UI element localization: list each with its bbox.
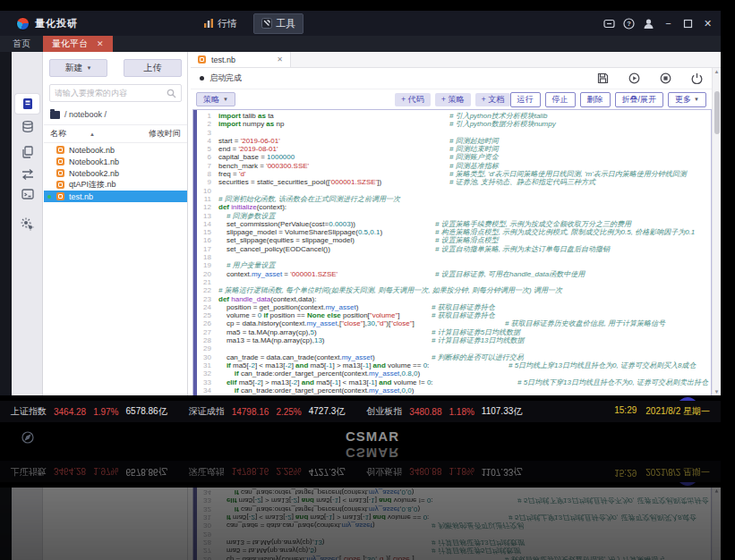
file-panel: 新建▼ 上传 / notebook / 名称 ▲ 修改时间 Notebook.n…	[44, 52, 188, 395]
code-line[interactable]: 13 # 回测参数设置	[197, 212, 711, 220]
search-input[interactable]	[55, 89, 167, 98]
file-list-header: 名称 ▲ 修改时间	[44, 124, 187, 143]
line-number: 28	[197, 336, 218, 344]
code-line[interactable]: 12def initialize(context):	[197, 203, 711, 211]
line-number: 29	[197, 530, 218, 538]
close-icon[interactable]: ✕	[702, 18, 714, 30]
code-line[interactable]: 31 if ma5[-2] < ma13[-2] and ma5[-1] > m…	[197, 361, 711, 369]
terminal-nav-icon[interactable]	[15, 184, 39, 204]
upload-button[interactable]: 上传	[124, 59, 182, 77]
line-number: 24	[197, 303, 218, 311]
tab-quant-platform[interactable]: 量化平台 ✕	[43, 36, 113, 52]
code-line[interactable]: 10	[197, 187, 711, 195]
code-line[interactable]: 24 position = get_position(context.my_as…	[197, 303, 711, 311]
code-line[interactable]: 14 set_commission(PerValue(cost=0.0003))…	[197, 220, 711, 228]
file-row[interactable]: Notebook1.nb	[44, 156, 187, 167]
code-line[interactable]: 7bench_mark = '000300.SSE'# 回测基准指标	[197, 162, 711, 170]
code-line[interactable]: 3	[197, 129, 711, 137]
file-row[interactable]: Notebook2.nb	[44, 167, 187, 179]
code-line[interactable]: 35	[197, 395, 711, 395]
run-icon[interactable]	[628, 72, 640, 84]
file-row[interactable]: Notebook.nb	[44, 144, 187, 156]
column-name[interactable]: 名称	[50, 128, 66, 140]
window-reflection: 量化投研 行情 工具 ? − ✕ 首页 量化平台 ✕	[0, 461, 721, 560]
tab-home[interactable]: 首页	[0, 36, 43, 52]
help-icon[interactable]: ?	[623, 18, 635, 30]
index-list: 上证指数3464.281.97%6578.86亿深证成指14798.162.25…	[11, 405, 522, 418]
run-button[interactable]: 运行	[510, 92, 541, 107]
code-line[interactable]: 29	[197, 344, 711, 352]
code-line[interactable]: 25 volume = 0 if position == None else p…	[197, 311, 711, 319]
code-line[interactable]: 4start = '2019-06-01'# 回测起始时间	[197, 137, 711, 145]
code-line[interactable]: 18	[197, 253, 711, 261]
code-line[interactable]: 15 slippage_model = VolumeShareSlippage(…	[197, 228, 711, 236]
notebook-nav-icon[interactable]	[15, 94, 39, 114]
fold-button[interactable]: 折叠/展开	[615, 92, 664, 107]
code-line[interactable]: 34 if can_trade:order_target_percent(con…	[197, 386, 711, 395]
line-number: 28	[197, 539, 218, 547]
app-body: 新建▼ 上传 / notebook / 名称 ▲ 修改时间 Notebook.n…	[0, 488, 721, 560]
code-line[interactable]: 22# 策略运行逻辑函数, 每个单位时间(如果按天回测, 则每天调用一次, 如果…	[197, 286, 711, 294]
minimize-icon[interactable]: −	[662, 18, 674, 30]
save-icon[interactable]	[597, 72, 609, 84]
line-number: 2	[197, 120, 218, 128]
notebook-tab-close-icon[interactable]: ✕	[277, 55, 283, 64]
user-icon[interactable]	[643, 18, 654, 30]
code-line[interactable]: 21	[197, 278, 711, 286]
code-line[interactable]: 20 context.my_asset = '000001.SZSE'# 设置目…	[197, 270, 711, 278]
shutdown-icon[interactable]	[691, 72, 703, 84]
column-modified[interactable]: 修改时间	[149, 128, 181, 140]
menu-tools[interactable]: 工具	[253, 13, 303, 34]
market-index: 上证指数3464.281.97%6578.86亿	[11, 405, 167, 418]
stop-button[interactable]: 停止	[545, 92, 576, 107]
code-line[interactable]: 16 set_slippage(equities = slippage_mode…	[197, 236, 711, 244]
code-line[interactable]: 11# 回测初始化函数, 该函数会在正式回测进行之前调用一次	[197, 195, 711, 203]
code-line[interactable]: 19 # 用户变量设置	[197, 261, 711, 269]
copy-nav-icon[interactable]	[15, 142, 39, 162]
add-doc-button[interactable]: + 文档	[475, 93, 511, 106]
code-line[interactable]: 9securities = static_securities_pool(['0…	[197, 178, 711, 186]
cell-type-dropdown[interactable]: 策略▼	[196, 92, 235, 106]
market-status-bar: 上证指数3464.281.97%6578.86亿深证成指14798.162.25…	[0, 461, 721, 482]
sort-asc-icon[interactable]: ▲	[90, 132, 95, 137]
tab-close-icon[interactable]: ✕	[97, 39, 104, 48]
scroll-up-icon[interactable]: ▲	[713, 69, 721, 74]
code-line[interactable]: 26 cp = data.history(context.my_asset,["…	[197, 319, 711, 327]
code-line[interactable]: 6capital_base = 1000000# 回测账户资金	[197, 153, 711, 161]
message-icon[interactable]	[603, 18, 615, 30]
maximize-icon[interactable]	[682, 18, 694, 30]
code-line[interactable]: 17 set_cancel_policy(EODCancel())# 设置自动撤…	[197, 245, 711, 253]
notebook-tab[interactable]: test.nb ✕	[191, 52, 291, 67]
new-button[interactable]: 新建▼	[49, 59, 107, 77]
code-line[interactable]: 2import numpy as np# 引入python数据分析模块numpy	[197, 120, 711, 128]
code-line[interactable]: 5end = '2019-08-01'# 回测结束时间	[197, 145, 711, 153]
code-line[interactable]: 28 ma13 = ta.MA(np.array(cp),13)# 计算目标证券…	[197, 336, 711, 344]
notebook-file-icon	[56, 169, 64, 177]
breadcrumb[interactable]: / notebook /	[44, 102, 187, 124]
code-line[interactable]: 1import talib as ta# 引入python技术分析模块talib	[197, 112, 711, 120]
scroll-down-icon[interactable]: ▼	[713, 389, 721, 395]
database-nav-icon[interactable]	[15, 117, 39, 137]
transfer-nav-icon[interactable]	[15, 165, 39, 184]
settings-nav-icon[interactable]	[15, 215, 39, 234]
code-cell[interactable]: 1import talib as ta# 引入python技术分析模块talib…	[192, 109, 712, 395]
stop-icon[interactable]	[660, 72, 671, 84]
file-row[interactable]: qtAPI连接.nb	[44, 179, 187, 191]
search-box	[49, 84, 182, 102]
code-line[interactable]: 32 if can_trade:order_target_percent(con…	[197, 369, 711, 378]
code-line[interactable]: 27 ma5 = ta.MA(np.array(cp),5)# 计算目标证券5日…	[197, 328, 711, 336]
file-row[interactable]: test.nb	[44, 191, 187, 202]
more-button[interactable]: 更多▼	[668, 92, 706, 107]
code-line[interactable]: 23def handle_data(context,data):	[197, 295, 711, 303]
add-strategy-button[interactable]: + 策略	[435, 93, 471, 106]
code-line: 33 elif ma5[-2] > ma13[-2] and ma5[-1] <…	[197, 496, 711, 505]
scrollbar-thumb[interactable]	[714, 91, 720, 134]
code-line[interactable]: 33 elif ma5[-2] > ma13[-2] and ma5[-1] <…	[197, 378, 711, 386]
editor-scrollbar[interactable]: ▲ ▼	[712, 68, 721, 395]
compass-icon[interactable]	[15, 428, 39, 447]
menu-market[interactable]: 行情	[196, 14, 244, 33]
code-line[interactable]: 30 can_trade = data.can_trade(context.my…	[197, 353, 711, 361]
code-line[interactable]: 8freq = 'd'# 策略类型, 'd'表示日间策略使用日线回测, 'm'表…	[197, 170, 711, 178]
add-code-button[interactable]: + 代码	[395, 93, 431, 106]
delete-button[interactable]: 删除	[580, 92, 611, 107]
